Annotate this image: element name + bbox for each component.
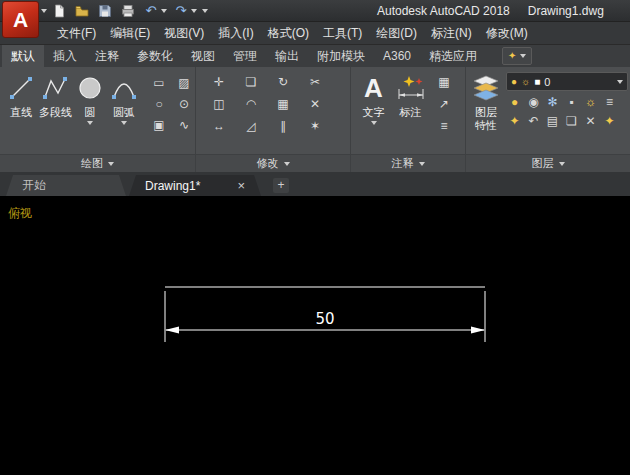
ribbon-tab[interactable]: 插入 xyxy=(44,45,86,67)
window-title: Autodesk AutoCAD 2018 Drawing1.dwg xyxy=(377,0,604,22)
layer-settings-button[interactable]: ≡ xyxy=(601,94,618,110)
ribbon: 直线 多段线 圆 圆弧 xyxy=(0,67,630,172)
layer-merge-button[interactable]: ❏ xyxy=(563,113,580,129)
rectangle-button[interactable]: ▭ xyxy=(150,75,168,91)
plot-icon[interactable] xyxy=(119,2,137,19)
layer-match-button[interactable]: ✦ xyxy=(506,113,523,129)
circle-tool-button[interactable]: 圆 xyxy=(73,70,107,154)
circle-icon xyxy=(75,73,105,103)
undo-dropdown-icon[interactable] xyxy=(161,9,167,13)
arc-tool-button[interactable]: 圆弧 xyxy=(107,70,141,154)
layer-properties-icon xyxy=(471,73,501,103)
chevron-down-icon[interactable] xyxy=(371,121,377,125)
point-button[interactable]: ⊙ xyxy=(175,96,193,112)
layer-lock-button[interactable]: ▪ xyxy=(563,94,580,110)
ribbon-tab[interactable]: 视图 xyxy=(182,45,224,67)
ribbon-tab[interactable]: 精选应用 xyxy=(420,45,486,67)
spline-button[interactable]: ∿ xyxy=(175,117,193,133)
application-menu-button[interactable]: A xyxy=(2,1,39,38)
text-tool-button[interactable]: A 文字 xyxy=(355,70,392,154)
layer-isolate-button[interactable]: ◉ xyxy=(525,94,542,110)
redo-icon[interactable]: ↷ xyxy=(172,2,190,19)
panel-label-modify[interactable]: 修改 xyxy=(196,154,350,172)
stretch-button[interactable]: ↔ xyxy=(210,118,228,134)
ellipse-button[interactable]: ○ xyxy=(150,96,168,112)
layer-status-icons: ●☼■ xyxy=(511,77,540,87)
menu-item[interactable]: 标注(N) xyxy=(424,22,479,45)
layer-freeze-button[interactable]: ✻ xyxy=(544,94,561,110)
open-file-icon[interactable] xyxy=(73,2,91,19)
explode-button[interactable]: ✶ xyxy=(306,118,324,134)
ribbon-tab[interactable]: 附加模块 xyxy=(308,45,374,67)
ribbon-tab[interactable]: 默认 xyxy=(2,45,44,67)
layer-off-button[interactable]: ● xyxy=(506,94,523,110)
move-button[interactable]: ✛ xyxy=(210,74,228,90)
menu-item[interactable]: 视图(V) xyxy=(157,22,211,45)
dimension-tool-button[interactable]: 标注 xyxy=(392,70,429,154)
redo-glyph: ↷ xyxy=(176,4,187,17)
panel-title: 图层 xyxy=(532,156,554,171)
ribbon-tab[interactable]: 输出 xyxy=(266,45,308,67)
menu-item[interactable]: 编辑(E) xyxy=(103,22,157,45)
chevron-down-icon[interactable] xyxy=(121,121,127,125)
layer-previous-button[interactable]: ↶ xyxy=(525,113,542,129)
tool-label: 圆弧 xyxy=(113,106,135,119)
menu-item[interactable]: 修改(M) xyxy=(479,22,535,45)
menu-item[interactable]: 插入(I) xyxy=(211,22,260,45)
trim-button[interactable]: ✂ xyxy=(306,74,324,90)
panel-label-annotation[interactable]: 注释 xyxy=(351,154,465,172)
erase-button[interactable]: ✕ xyxy=(306,96,324,112)
layer-properties-button[interactable]: 图层 特性 xyxy=(470,70,502,154)
line-icon xyxy=(6,73,36,103)
new-file-icon[interactable] xyxy=(50,2,68,19)
menu-item[interactable]: 工具(T) xyxy=(316,22,369,45)
line-tool-button[interactable]: 直线 xyxy=(4,70,38,154)
ribbon-options-button[interactable]: ✦ xyxy=(502,47,532,65)
ribbon-tab[interactable]: 管理 xyxy=(224,45,266,67)
qat-customize-icon[interactable] xyxy=(202,9,208,13)
viewport-view-control[interactable]: 俯视 xyxy=(8,205,32,222)
table-button[interactable]: ▦ xyxy=(435,74,453,90)
layer-states-button[interactable]: ▤ xyxy=(544,113,561,129)
ribbon-tab[interactable]: 参数化 xyxy=(128,45,182,67)
current-layer-name: 0 xyxy=(544,76,550,88)
new-drawing-tab-button[interactable]: + xyxy=(273,178,289,193)
rotate-button[interactable]: ↻ xyxy=(274,74,292,90)
menu-item[interactable]: 格式(O) xyxy=(261,22,316,45)
hatch-button[interactable]: ▨ xyxy=(175,75,193,91)
region-button[interactable]: ▣ xyxy=(150,117,168,133)
file-tab-start[interactable]: 开始 xyxy=(6,175,126,196)
layer-select-dropdown[interactable]: ●☼■ 0 xyxy=(506,72,628,91)
redo-dropdown-icon[interactable] xyxy=(191,9,197,13)
copy-button[interactable]: ❏ xyxy=(242,74,260,90)
panel-title: 注释 xyxy=(392,156,414,171)
menu-item[interactable]: 文件(F) xyxy=(50,22,103,45)
application-menu-caret-icon[interactable] xyxy=(41,9,47,13)
undo-icon[interactable]: ↶ xyxy=(142,2,160,19)
markup-button[interactable]: ≡ xyxy=(435,118,453,134)
save-icon[interactable] xyxy=(96,2,114,19)
menu-item[interactable]: 绘图(D) xyxy=(369,22,424,45)
offset-button[interactable]: ∥ xyxy=(274,118,292,134)
layer-delete-button[interactable]: ✕ xyxy=(582,113,599,129)
close-tab-icon[interactable]: × xyxy=(237,179,245,192)
leader-button[interactable]: ↗ xyxy=(435,96,453,112)
chevron-down-icon[interactable] xyxy=(87,121,93,125)
panel-label-draw[interactable]: 绘图 xyxy=(0,154,195,172)
undo-glyph: ↶ xyxy=(146,4,157,17)
ribbon-tab[interactable]: 注释 xyxy=(86,45,128,67)
panel-label-layers[interactable]: 图层 xyxy=(466,154,630,172)
scale-button[interactable]: ◿ xyxy=(242,118,260,134)
array-button[interactable]: ▦ xyxy=(274,96,292,112)
layer-walk-button[interactable]: ✦ xyxy=(601,113,618,129)
bulb-icon: ✦ xyxy=(508,51,516,61)
layer-on-button[interactable]: ☼ xyxy=(582,94,599,110)
fillet-button[interactable]: ◠ xyxy=(242,96,260,112)
ribbon-tab[interactable]: A360 xyxy=(374,45,420,67)
polyline-tool-button[interactable]: 多段线 xyxy=(38,70,72,154)
mirror-button[interactable]: ◫ xyxy=(210,96,228,112)
chevron-down-icon xyxy=(617,80,623,84)
drawing-canvas[interactable]: 50 俯视 xyxy=(0,196,630,475)
file-tab-drawing1[interactable]: Drawing1* × xyxy=(129,175,261,196)
panel-modify: ✛❏↻✂◫◠▦✕↔◿∥✶ 修改 xyxy=(196,67,351,172)
